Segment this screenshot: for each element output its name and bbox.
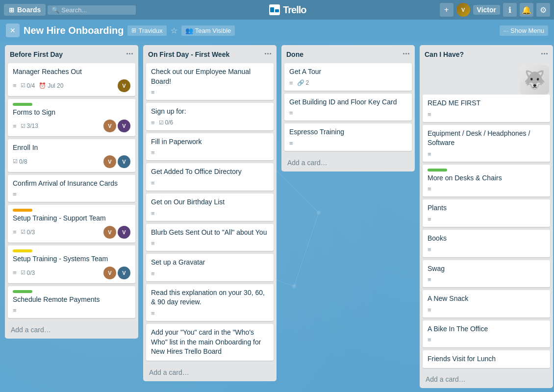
- card-desc-icon: ≡: [289, 79, 293, 87]
- card-title: Read this explanation on your 30, 60, & …: [151, 288, 269, 307]
- card[interactable]: Schedule Remote Payments≡: [8, 286, 135, 318]
- column-menu-button[interactable]: ···: [126, 49, 133, 59]
- card-desc-icon: ≡: [289, 140, 293, 147]
- desc-icon: ≡: [13, 191, 17, 198]
- card-desc-icon: ≡: [428, 276, 431, 283]
- card[interactable]: Blurb Gets Sent Out to "All" about You≡: [146, 224, 274, 251]
- card-desc-icon: ≡: [289, 109, 293, 117]
- search-input[interactable]: [61, 6, 130, 14]
- add-card-button[interactable]: Add a card…: [284, 157, 412, 169]
- card-desc-icon: ≡: [428, 246, 431, 253]
- desc-icon: ≡: [428, 276, 431, 283]
- add-card-button[interactable]: Add a card…: [423, 373, 550, 385]
- card-checklist: ☑ 3/13: [21, 122, 38, 129]
- boards-button[interactable]: ⊞ Boards: [4, 4, 46, 16]
- desc-icon: ≡: [428, 216, 431, 223]
- card-desc-icon: ≡: [151, 149, 155, 156]
- card[interactable]: Setup Training - Systems Team≡☑ 0/3VV: [8, 245, 135, 283]
- card[interactable]: Friends Visit for Lunch: [423, 350, 550, 368]
- card-meta: ≡☑ 0/3VV: [13, 226, 130, 239]
- show-menu-label: Show Menu: [510, 27, 544, 34]
- search-box: 🔍: [48, 5, 136, 15]
- card[interactable]: Equipment / Desk / Headphones / Software…: [423, 125, 550, 162]
- card[interactable]: Get on Our Birthday List≡: [146, 194, 274, 221]
- info-button[interactable]: ℹ: [503, 3, 517, 17]
- column-header: Can I Have?···: [420, 45, 553, 63]
- column-menu-button[interactable]: ···: [541, 49, 548, 59]
- column-menu-button[interactable]: ···: [264, 49, 272, 59]
- card-title: Sign up for:: [151, 107, 269, 117]
- card-desc-icon: ≡: [151, 179, 155, 187]
- card-meta: ≡: [289, 140, 407, 147]
- card[interactable]: Setup Training - Support Team≡☑ 0/3VV: [8, 205, 135, 243]
- notifications-button[interactable]: 🔔: [520, 3, 533, 17]
- column-col1: Before First Day···Manager Reaches Out≡☑…: [5, 45, 138, 339]
- card[interactable]: Get A Tour≡🔗 2: [284, 63, 412, 91]
- card-desc-icon: ≡: [13, 191, 17, 198]
- add-card-button[interactable]: Add a card…: [146, 367, 274, 378]
- card-desc-icon: ≡: [151, 240, 155, 247]
- card-title: Blurb Gets Sent Out to "All" about You: [151, 228, 269, 238]
- card[interactable]: Sign up for:≡☑ 0/6: [146, 103, 274, 130]
- card[interactable]: READ ME FIRST≡: [423, 95, 550, 122]
- card[interactable]: Add your "You" card in the "Who's Who" l…: [146, 324, 274, 361]
- card[interactable]: Get Building ID and Floor Key Card≡: [284, 94, 412, 121]
- card[interactable]: More on Desks & Chairs≡: [423, 165, 550, 197]
- card[interactable]: Read this explanation on your 30, 60, & …: [146, 284, 274, 321]
- user-menu-button[interactable]: Victor: [473, 5, 500, 15]
- card[interactable]: A New Snack≡: [423, 290, 550, 318]
- card-label-bar: [13, 103, 32, 106]
- card-title: Set up a Gravatar: [151, 258, 269, 268]
- card-meta: ≡: [151, 179, 269, 187]
- card[interactable]: Get Added To Office Directory≡: [146, 163, 274, 191]
- add-card-button[interactable]: Add a card…: [8, 324, 135, 336]
- card[interactable]: Books≡: [423, 230, 550, 257]
- checklist-icon: ☑: [21, 229, 25, 235]
- card-meta: ≡: [151, 270, 269, 277]
- desc-icon: ≡: [13, 82, 17, 89]
- card[interactable]: Plants≡: [423, 199, 550, 227]
- card-meta: ≡: [151, 149, 269, 156]
- card[interactable]: Enroll In☑ 0/8VV: [8, 139, 135, 172]
- desc-icon: ≡: [289, 140, 293, 147]
- visibility-button[interactable]: 👥 Team Visible: [181, 25, 235, 36]
- column-header: Before First Day···: [5, 45, 138, 63]
- card-avatars: V: [118, 79, 130, 92]
- user-avatar[interactable]: V: [456, 3, 470, 17]
- checklist-icon: ☑: [21, 123, 25, 129]
- card-links: 🔗 2: [297, 79, 309, 86]
- card[interactable]: Confirm Arrival of Insurance Cards≡: [8, 175, 135, 202]
- search-icon: 🔍: [51, 6, 59, 14]
- card-meta: ≡: [151, 240, 269, 247]
- card[interactable]: Fill in Paperwork≡: [146, 133, 274, 161]
- card[interactable]: Forms to Sign≡☑ 3/13VV: [8, 99, 135, 137]
- desc-icon: ≡: [428, 246, 431, 253]
- show-menu-button[interactable]: ··· Show Menu: [500, 25, 549, 36]
- card-desc-icon: ≡: [428, 185, 431, 193]
- card-meta: ≡: [13, 191, 130, 198]
- star-button[interactable]: ☆: [171, 26, 177, 35]
- board-workspace-button[interactable]: ⊞ Travidux: [127, 25, 166, 36]
- visibility-label: Team Visible: [195, 27, 231, 34]
- column-menu-button[interactable]: ···: [403, 49, 410, 59]
- card-meta: ☑ 0/8VV: [13, 155, 130, 168]
- card[interactable]: A Bike In The Office≡: [423, 320, 550, 348]
- column-header: On First Day - First Week···: [143, 45, 277, 63]
- settings-button[interactable]: ⚙: [536, 3, 550, 17]
- card[interactable]: Espresso Training≡: [284, 123, 412, 151]
- desc-icon: ≡: [151, 179, 155, 187]
- card[interactable]: Manager Reaches Out≡☑ 0/4⏰ Jul 20V: [8, 63, 135, 96]
- add-button[interactable]: +: [440, 3, 453, 17]
- card-checklist: ☑ 0/8: [13, 158, 27, 165]
- card[interactable]: Check out our Employee Manual Board!≡: [146, 63, 274, 100]
- card-desc-icon: ≡: [13, 122, 17, 130]
- column-col2: On First Day - First Week···Check out ou…: [143, 45, 277, 381]
- card[interactable]: Set up a Gravatar≡: [146, 254, 274, 281]
- card-meta: ≡: [289, 109, 407, 117]
- board-body: Before First Day···Manager Reaches Out≡☑…: [0, 41, 554, 392]
- card-title: Plants: [428, 203, 545, 213]
- card-title: Friends Visit for Lunch: [428, 354, 545, 364]
- card[interactable]: Swag≡: [423, 260, 550, 288]
- card-checklist: ☑ 0/3: [21, 229, 35, 236]
- card-desc-icon: ≡: [13, 228, 17, 236]
